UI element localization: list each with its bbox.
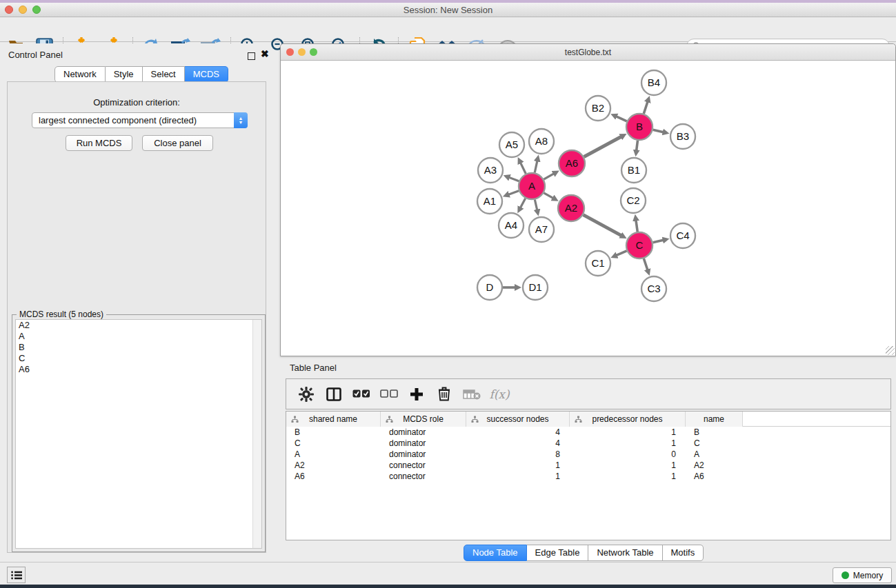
resize-grip-icon[interactable] [886, 346, 895, 355]
minimize-window-button[interactable] [19, 6, 27, 14]
delete-column-button[interactable] [435, 387, 453, 401]
close-panel-button[interactable]: ✖ [261, 50, 269, 58]
table-cell[interactable]: connector [381, 460, 466, 471]
graph-node-B4[interactable]: B4 [641, 70, 666, 95]
graph-edge-B-B2[interactable] [616, 116, 626, 121]
result-item[interactable]: B [16, 342, 261, 353]
split-columns-button[interactable] [325, 387, 343, 401]
graph-node-D1[interactable]: D1 [523, 275, 548, 300]
graph-edge-C-C3[interactable] [644, 258, 648, 270]
deselect-all-button[interactable] [380, 389, 398, 398]
tab-network[interactable]: Network [54, 66, 106, 83]
graph-edge-A-A2[interactable] [544, 193, 552, 199]
graph-node-A6[interactable]: A6 [559, 150, 585, 176]
tab-node-table[interactable]: Node Table [464, 545, 527, 561]
graph-node-B2[interactable]: B2 [586, 96, 610, 121]
table-cell[interactable]: dominator [381, 449, 466, 460]
result-item[interactable]: C [16, 353, 261, 364]
table-cell[interactable]: dominator [381, 427, 466, 438]
graph-node-A7[interactable]: A7 [529, 217, 554, 242]
net-close-button[interactable] [286, 48, 294, 56]
graph-edge-C-C2[interactable] [636, 221, 637, 232]
table-cell[interactable]: C [686, 438, 743, 449]
column-header-shared-name[interactable]: shared name [286, 412, 381, 427]
table-cell[interactable]: 4 [466, 427, 570, 438]
graph-node-A5[interactable]: A5 [499, 132, 524, 157]
graph-node-A1[interactable]: A1 [477, 189, 502, 214]
net-minimize-button[interactable] [298, 48, 306, 56]
table-cell[interactable]: 1 [466, 471, 570, 482]
table-settings-button[interactable] [297, 387, 315, 402]
run-mcds-button[interactable]: Run MCDS [66, 135, 132, 151]
graph-edge-B-B4[interactable] [644, 102, 648, 114]
table-cell[interactable]: B [286, 427, 381, 438]
graph-edge-A-A7[interactable] [535, 200, 537, 210]
graph-edge-A-A1[interactable] [508, 191, 519, 194]
graph-node-C[interactable]: C [626, 232, 653, 258]
graph-edge-A-A8[interactable] [535, 161, 537, 172]
table-row[interactable]: Cdominator41C [286, 438, 890, 449]
table-cell[interactable]: A [286, 449, 381, 460]
table-row[interactable]: A2connector11A2 [286, 460, 890, 471]
table-cell[interactable]: A2 [286, 460, 381, 471]
table-cell[interactable]: 0 [570, 449, 686, 460]
graph-node-A4[interactable]: A4 [499, 213, 524, 238]
graph-edge-A-A5[interactable] [521, 163, 526, 174]
table-cell[interactable]: B [686, 427, 743, 438]
graph-edge-A-A3[interactable] [509, 177, 519, 181]
graph-edge-A-A6[interactable] [544, 174, 554, 179]
network-window-titlebar[interactable]: testGlobe.txt [281, 44, 895, 61]
graph-node-A[interactable]: A [519, 173, 545, 199]
column-header-predecessor-nodes[interactable]: predecessor nodes [570, 412, 686, 427]
column-header-name[interactable]: name [686, 412, 743, 427]
table-cell[interactable]: 1 [570, 438, 686, 449]
graph-node-A3[interactable]: A3 [478, 158, 503, 183]
graph-node-A8[interactable]: A8 [529, 129, 554, 154]
table-cell[interactable]: A6 [686, 471, 743, 482]
tab-motifs[interactable]: Motifs [663, 545, 704, 561]
add-column-button[interactable] [408, 387, 426, 401]
task-history-button[interactable] [7, 567, 26, 583]
float-panel-button[interactable] [248, 50, 255, 63]
graph-edge-C-C4[interactable] [653, 240, 664, 242]
close-window-button[interactable] [5, 6, 13, 14]
table-row[interactable]: Adominator80A [286, 449, 890, 460]
tab-network-table[interactable]: Network Table [588, 545, 662, 561]
table-row[interactable]: A6connector11A6 [286, 471, 890, 482]
graph-node-D[interactable]: D [477, 275, 502, 300]
table-cell[interactable]: A [686, 449, 743, 460]
delete-table-button[interactable] [463, 389, 481, 400]
table-cell[interactable]: C [286, 438, 381, 449]
table-cell[interactable]: 1 [466, 460, 570, 471]
graph-node-B[interactable]: B [626, 114, 653, 140]
graph-node-B1[interactable]: B1 [621, 158, 646, 183]
graph-node-C3[interactable]: C3 [641, 276, 666, 301]
result-scrollbar[interactable] [252, 320, 261, 548]
graph-node-B3[interactable]: B3 [670, 124, 695, 149]
memory-button[interactable]: Memory [833, 567, 892, 583]
function-builder-button[interactable]: f(x) [490, 387, 508, 401]
net-zoom-button[interactable] [310, 48, 317, 56]
table-cell[interactable]: A6 [286, 471, 381, 482]
close-panel-action-button[interactable]: Close panel [142, 135, 213, 151]
tab-style[interactable]: Style [106, 66, 143, 83]
table-cell[interactable]: 1 [570, 427, 686, 438]
tab-mcds[interactable]: MCDS [185, 66, 228, 83]
table-cell[interactable]: dominator [381, 438, 466, 449]
table-cell[interactable]: 8 [466, 449, 570, 460]
table-cell[interactable]: 4 [466, 438, 570, 449]
result-item[interactable]: A6 [16, 364, 261, 375]
network-canvas[interactable]: B4B2BB3A8A5A6A3B1AA1C2A2A4A7C4CC1C3DD1 [281, 61, 895, 356]
graph-node-C2[interactable]: C2 [621, 188, 646, 213]
column-header-MCDS-role[interactable]: MCDS role [381, 412, 466, 427]
result-item[interactable]: A [16, 331, 261, 342]
table-cell[interactable]: connector [381, 471, 466, 482]
table-cell[interactable]: 1 [570, 471, 686, 482]
column-header-successor-nodes[interactable]: successor nodes [466, 412, 570, 427]
graph-node-C1[interactable]: C1 [586, 251, 610, 276]
optimization-criterion-dropdown[interactable]: largest connected component (directed) ▲… [32, 112, 248, 128]
tab-select[interactable]: Select [143, 66, 185, 83]
table-cell[interactable]: A2 [686, 460, 743, 471]
graph-node-C4[interactable]: C4 [670, 223, 695, 248]
tab-edge-table[interactable]: Edge Table [527, 545, 589, 561]
